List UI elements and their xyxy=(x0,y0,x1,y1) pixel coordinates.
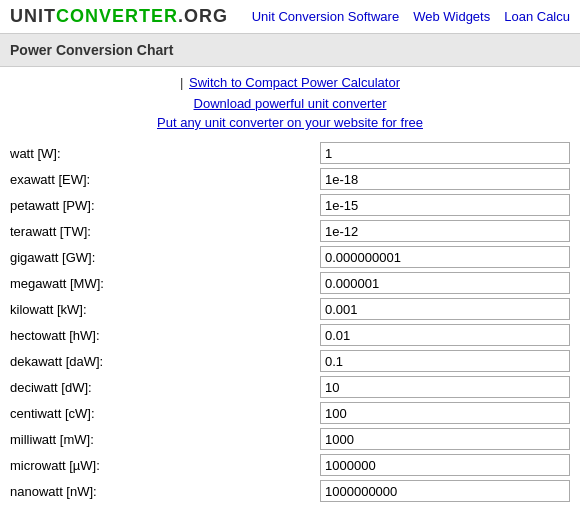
table-row: exawatt [EW]: xyxy=(10,168,570,190)
row-label: gigawatt [GW]: xyxy=(10,250,320,265)
row-input[interactable] xyxy=(320,220,570,242)
table-row: hectowatt [hW]: xyxy=(10,324,570,346)
put-link[interactable]: Put any unit converter on your website f… xyxy=(157,115,423,130)
logo-org: .ORG xyxy=(178,6,228,26)
row-input[interactable] xyxy=(320,272,570,294)
row-input[interactable] xyxy=(320,402,570,424)
table-row: microwatt [µW]: xyxy=(10,454,570,476)
table-row: petawatt [PW]: xyxy=(10,194,570,216)
row-label: centiwatt [cW]: xyxy=(10,406,320,421)
row-input[interactable] xyxy=(320,168,570,190)
put-link-row: Put any unit converter on your website f… xyxy=(10,115,570,130)
row-input[interactable] xyxy=(320,142,570,164)
table-row: watt [W]: xyxy=(10,142,570,164)
row-input[interactable] xyxy=(320,194,570,216)
row-input[interactable] xyxy=(320,298,570,320)
compact-link-row: | Switch to Compact Power Calculator xyxy=(10,75,570,90)
row-label: terawatt [TW]: xyxy=(10,224,320,239)
table-row: kilowatt [kW]: xyxy=(10,298,570,320)
row-input[interactable] xyxy=(320,480,570,502)
nav-unit-conversion[interactable]: Unit Conversion Software xyxy=(252,9,399,24)
row-input[interactable] xyxy=(320,324,570,346)
row-label: milliwatt [mW]: xyxy=(10,432,320,447)
row-label: megawatt [MW]: xyxy=(10,276,320,291)
nav-loan-calc[interactable]: Loan Calcu xyxy=(504,9,570,24)
row-input[interactable] xyxy=(320,246,570,268)
row-input[interactable] xyxy=(320,454,570,476)
row-label: nanowatt [nW]: xyxy=(10,484,320,499)
table-row: centiwatt [cW]: xyxy=(10,402,570,424)
table-row: terawatt [TW]: xyxy=(10,220,570,242)
table-row: dekawatt [daW]: xyxy=(10,350,570,372)
conversion-table: watt [W]:exawatt [EW]:petawatt [PW]:tera… xyxy=(0,136,580,513)
row-label: dekawatt [daW]: xyxy=(10,354,320,369)
logo-unit: UNIT xyxy=(10,6,56,26)
row-label: petawatt [PW]: xyxy=(10,198,320,213)
row-label: microwatt [µW]: xyxy=(10,458,320,473)
logo: UNITCONVERTER.ORG xyxy=(10,6,228,27)
row-input[interactable] xyxy=(320,376,570,398)
table-row: nanowatt [nW]: xyxy=(10,480,570,502)
table-row: deciwatt [dW]: xyxy=(10,376,570,398)
row-input[interactable] xyxy=(320,350,570,372)
nav-web-widgets[interactable]: Web Widgets xyxy=(413,9,490,24)
logo-converter: CONVERTER xyxy=(56,6,178,26)
row-label: kilowatt [kW]: xyxy=(10,302,320,317)
download-link[interactable]: Download powerful unit converter xyxy=(194,96,387,111)
table-row: milliwatt [mW]: xyxy=(10,428,570,450)
page-title: Power Conversion Chart xyxy=(0,34,580,67)
links-section: | Switch to Compact Power Calculator Dow… xyxy=(0,67,580,136)
row-label: watt [W]: xyxy=(10,146,320,161)
table-row: megawatt [MW]: xyxy=(10,272,570,294)
row-label: hectowatt [hW]: xyxy=(10,328,320,343)
pipe-char: | xyxy=(180,75,183,90)
row-label: deciwatt [dW]: xyxy=(10,380,320,395)
table-row: gigawatt [GW]: xyxy=(10,246,570,268)
header: UNITCONVERTER.ORG Unit Conversion Softwa… xyxy=(0,0,580,34)
download-link-row: Download powerful unit converter xyxy=(10,96,570,111)
compact-link[interactable]: Switch to Compact Power Calculator xyxy=(189,75,400,90)
row-input[interactable] xyxy=(320,428,570,450)
row-label: exawatt [EW]: xyxy=(10,172,320,187)
nav-links: Unit Conversion Software Web Widgets Loa… xyxy=(252,9,570,24)
